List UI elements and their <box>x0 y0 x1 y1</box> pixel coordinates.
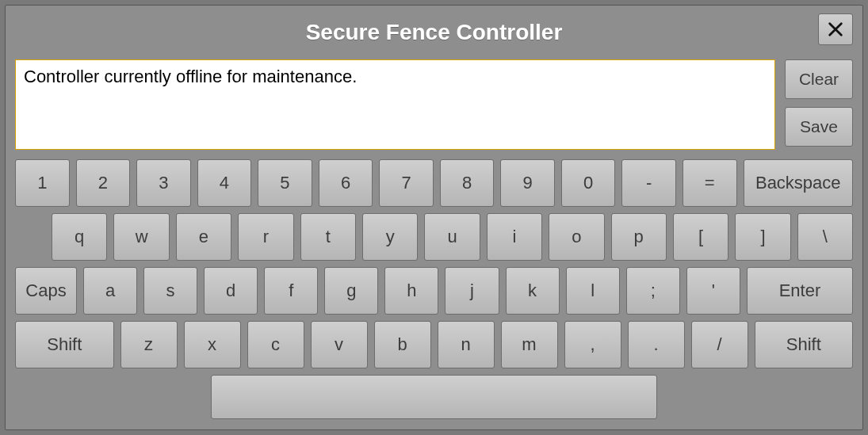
key-row-4: Shift z x c v b n m , . / Shift <box>15 321 853 368</box>
key-bracket-left[interactable]: [ <box>673 213 728 261</box>
key-b[interactable]: b <box>374 321 431 368</box>
key-space[interactable] <box>211 375 657 419</box>
key-m[interactable]: m <box>501 321 558 368</box>
key-z[interactable]: z <box>120 321 178 368</box>
row2-indent <box>15 213 45 261</box>
key-i[interactable]: i <box>487 213 542 261</box>
key-bracket-right[interactable]: ] <box>735 213 790 261</box>
key-equals[interactable]: = <box>683 159 737 207</box>
key-enter[interactable]: Enter <box>747 267 853 315</box>
key-row-3: Caps a s d f g h j k l ; ' Enter <box>15 267 853 315</box>
key-n[interactable]: n <box>438 321 495 368</box>
key-6[interactable]: 6 <box>319 159 373 207</box>
key-f[interactable]: f <box>264 267 318 315</box>
key-shift-right[interactable]: Shift <box>755 321 854 368</box>
key-1[interactable]: 1 <box>15 159 70 207</box>
key-row-space <box>15 375 853 419</box>
key-backspace[interactable]: Backspace <box>744 159 853 207</box>
input-row: Clear Save <box>15 59 853 150</box>
key-t[interactable]: t <box>300 213 356 261</box>
keyboard: 1 2 3 4 5 6 7 8 9 0 - = Backspace q w e … <box>15 159 853 419</box>
key-x[interactable]: x <box>184 321 241 368</box>
side-buttons: Clear Save <box>785 59 853 150</box>
key-c[interactable]: c <box>247 321 304 368</box>
keyboard-panel: Secure Fence Controller Clear Save 1 2 3… <box>5 5 863 430</box>
key-y[interactable]: y <box>362 213 418 261</box>
key-2[interactable]: 2 <box>76 159 131 207</box>
key-g[interactable]: g <box>324 267 378 315</box>
key-d[interactable]: d <box>204 267 258 315</box>
clear-button[interactable]: Clear <box>785 59 853 99</box>
key-semicolon[interactable]: ; <box>626 267 680 315</box>
key-apostrophe[interactable]: ' <box>686 267 740 315</box>
key-s[interactable]: s <box>143 267 197 315</box>
key-shift-left[interactable]: Shift <box>15 321 114 368</box>
key-h[interactable]: h <box>384 267 438 315</box>
titlebar: Secure Fence Controller <box>15 13 853 52</box>
key-v[interactable]: v <box>311 321 368 368</box>
key-w[interactable]: w <box>113 213 169 261</box>
key-7[interactable]: 7 <box>379 159 434 207</box>
key-caps[interactable]: Caps <box>15 267 77 315</box>
key-comma[interactable]: , <box>564 321 621 368</box>
close-icon <box>827 21 844 38</box>
window-title: Secure Fence Controller <box>306 20 563 45</box>
key-a[interactable]: a <box>83 267 137 315</box>
close-button[interactable] <box>818 13 853 45</box>
text-input[interactable] <box>15 59 775 150</box>
key-9[interactable]: 9 <box>500 159 555 207</box>
key-8[interactable]: 8 <box>440 159 495 207</box>
key-o[interactable]: o <box>549 213 604 261</box>
key-0[interactable]: 0 <box>561 159 616 207</box>
save-button[interactable]: Save <box>785 107 853 147</box>
key-row-2: q w e r t y u i o p [ ] \ <box>15 213 853 261</box>
key-p[interactable]: p <box>611 213 667 261</box>
key-3[interactable]: 3 <box>136 159 191 207</box>
key-j[interactable]: j <box>445 267 499 315</box>
key-l[interactable]: l <box>566 267 620 315</box>
key-k[interactable]: k <box>506 267 560 315</box>
key-4[interactable]: 4 <box>197 159 252 207</box>
key-e[interactable]: e <box>176 213 231 261</box>
key-5[interactable]: 5 <box>258 159 312 207</box>
key-period[interactable]: . <box>628 321 685 368</box>
key-u[interactable]: u <box>424 213 480 261</box>
key-backslash[interactable]: \ <box>797 213 853 261</box>
key-row-1: 1 2 3 4 5 6 7 8 9 0 - = Backspace <box>15 159 853 207</box>
key-r[interactable]: r <box>238 213 293 261</box>
key-q[interactable]: q <box>52 213 107 261</box>
key-minus[interactable]: - <box>621 159 676 207</box>
key-slash[interactable]: / <box>691 321 748 368</box>
